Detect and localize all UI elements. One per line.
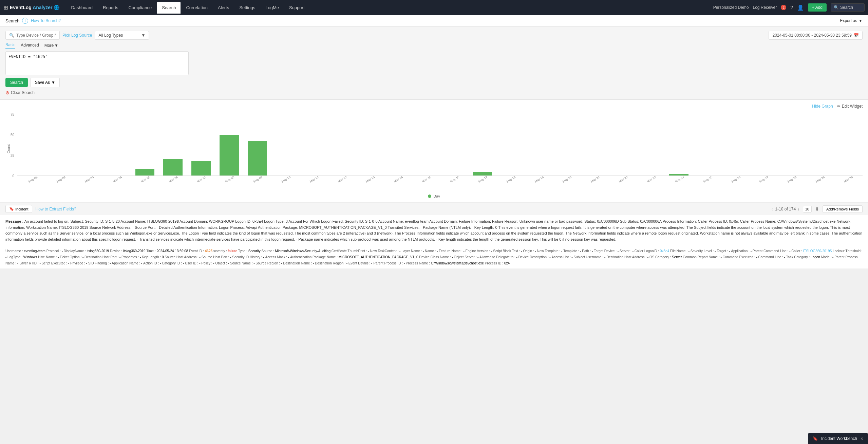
tab-advanced[interactable]: Advanced [21,43,39,48]
add-button[interactable]: + Add [808,3,827,12]
bar[interactable] [220,135,239,175]
field-item: OS Category : Server [649,255,683,259]
field-item: User ID : - [185,261,201,265]
field-item: Properties : - [121,255,142,259]
field-value: C:\Windows\System32\svchost.exe [431,261,485,265]
legend-label: Day [433,194,440,198]
field-item: Application Name : - [112,261,143,265]
field-name: severity : [213,249,228,253]
field-item: Source Host Port : - [202,255,232,259]
field-name: Server : [620,249,633,253]
field-item: Object Server : - [454,255,480,259]
field-item: Script Executed : - [42,261,70,265]
how-to-search-link[interactable]: How To Search? [31,18,61,23]
field-item: Server : - [620,249,635,253]
nav-settings[interactable]: Settings [234,2,260,14]
top-search-box[interactable]: 🔍 Search [831,3,865,12]
nav-dashboard[interactable]: Dashboard [66,2,97,14]
field-value[interactable]: 0x3e4 [660,249,670,253]
bar[interactable] [163,159,183,175]
field-item: Source Host Address : - [165,255,201,259]
info-icon[interactable]: i [22,18,28,24]
field-name: Command Line : [758,255,784,259]
main-nav: Dashboard Reports Compliance Search Corr… [66,2,710,14]
download-button[interactable]: ⬇ [815,206,819,212]
nav-compliance[interactable]: Compliance [124,2,157,14]
nav-alerts[interactable]: Alerts [213,2,234,14]
query-actions: Search Save As ▼ [5,78,863,87]
grid-icon: ⊞ [3,4,8,11]
field-item: SID Filtering : - [88,261,112,265]
date-range-picker[interactable]: 2024-05-01 00:00:00 - 2024-05-30 23:59:5… [769,31,863,40]
field-name: Event ID : [189,249,205,253]
device-search-input[interactable] [16,33,56,38]
personalized-demo-link[interactable]: Personalized Demo [713,5,749,10]
tab-basic[interactable]: Basic [5,42,15,49]
chart-legend: Day [5,194,863,198]
field-item: Feature Name : - [439,249,465,253]
field-item: Destination Region : - [315,261,348,265]
field-name: Device : [110,249,123,253]
nav-reports[interactable]: Reports [98,2,123,14]
save-as-button[interactable]: Save As ▼ [31,78,60,87]
results-right: ‹ 1-10 of 174 › 10 ⬇ Add/Remove Fields [772,205,863,213]
more-options-button[interactable]: More ▼ [44,43,58,48]
field-item: Script Block Text : - [493,249,523,253]
bar-col [609,111,637,175]
hide-graph-link[interactable]: Hide Graph [812,104,833,109]
add-remove-fields-button[interactable]: Add/Remove Fields [823,205,863,213]
log-type-select[interactable]: All Log Types ▼ [95,31,149,40]
field-name: Feature Name : [439,249,463,253]
field-value[interactable]: ITSLOG360-2019$ [803,249,833,253]
field-item: Layer Name : - [401,249,425,253]
bar-col [581,111,608,175]
nav-logme[interactable]: LogMe [261,2,284,14]
bars-area [17,111,863,176]
field-name: Certificate ThumbPrint : [332,249,368,253]
field-item: Source Region : - [256,261,283,265]
field-name: Target : [717,249,729,253]
query-input[interactable]: EVENTID = "4625" [5,51,189,75]
field-item: severity : failure [213,249,238,253]
log-receiver-link[interactable]: Log Receiver [753,5,777,10]
search-button[interactable]: Search [5,78,28,87]
nav-search[interactable]: Search [157,2,181,14]
field-name: Script Block Text : [493,249,521,253]
bar-col [553,111,580,175]
nav-correlation[interactable]: Correlation [181,2,212,14]
prev-page-button[interactable]: ‹ [772,206,773,212]
edit-widget-button[interactable]: ✏ Edit Widget [837,104,863,109]
help-button[interactable]: ? [790,5,793,10]
sub-header-left: Search i How To Search? [5,18,61,24]
incident-button[interactable]: 🔖 Incident [5,205,32,213]
field-name: Allowed to Delegate to : [479,255,516,259]
user-icon[interactable]: 👤 [797,4,804,11]
field-item: Hive Name : - [38,255,60,259]
field-value: eventlog-team [24,249,46,253]
clear-search-button[interactable]: ⊗ Clear Search [5,90,863,95]
field-item: Path : - [582,249,594,253]
bar[interactable] [248,141,267,175]
field-name: OS Category : [649,255,672,259]
extract-fields-link[interactable]: How to Extract Fields? [36,207,76,211]
field-item: Device Description : - [518,255,552,259]
field-name: Process ID : [485,261,504,265]
field-item: Event ID : 4625 [189,249,213,253]
bar-col [525,111,552,175]
search-row: 🔍 Pick Log Source All Log Types ▼ 2024-0… [5,31,863,40]
device-search-box[interactable]: 🔍 [5,31,60,40]
export-as-button[interactable]: Export as ▼ [840,18,863,23]
per-page-select[interactable]: 10 [803,206,812,212]
device-search-icon: 🔍 [9,33,14,38]
field-item: Protocol : - [46,249,64,253]
next-page-button[interactable]: › [798,206,799,212]
top-right-area: Personalized Demo Log Receiver 2 ? 👤 + A… [713,3,865,12]
search-icon: 🔍 [834,5,839,10]
bar-col [19,111,46,175]
bar-col [440,111,468,175]
sub-header: Search i How To Search? Export as ▼ [0,15,868,27]
pick-log-source-link[interactable]: Pick Log Source [62,33,92,38]
results-left: 🔖 Incident How to Extract Fields? [5,205,76,213]
message-label: Message : [5,219,23,223]
nav-support[interactable]: Support [284,2,309,14]
